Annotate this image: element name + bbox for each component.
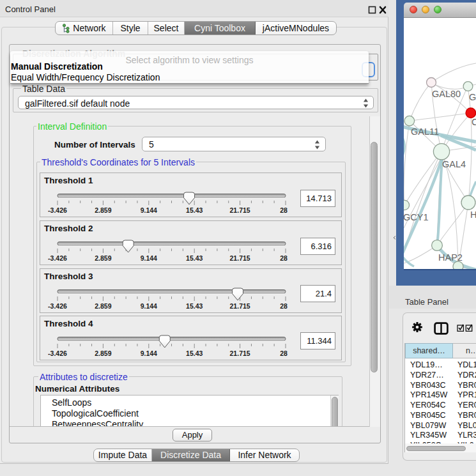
svg-text:HAP2: HAP2 [438, 252, 463, 263]
svg-text:21.715: 21.715 [230, 302, 250, 310]
svg-text:H: H [470, 210, 476, 220]
svg-text:2.859: 2.859 [95, 254, 111, 262]
svg-text:15.43: 15.43 [186, 349, 203, 357]
svg-text:-3.426: -3.426 [48, 254, 67, 262]
svg-text:28: 28 [280, 302, 288, 310]
svg-text:GAL4: GAL4 [442, 159, 466, 169]
svg-text:21.715: 21.715 [230, 206, 250, 214]
svg-text:21.715: 21.715 [230, 349, 250, 357]
svg-text:GAL11: GAL11 [411, 127, 439, 137]
svg-text:GCY1: GCY1 [404, 212, 429, 222]
svg-text:GA: GA [469, 92, 476, 102]
svg-text:-3.426: -3.426 [48, 349, 67, 357]
svg-text:15.43: 15.43 [186, 254, 203, 262]
svg-text:28: 28 [280, 349, 288, 357]
svg-text:28: 28 [280, 254, 288, 262]
svg-text:C: C [472, 117, 476, 127]
svg-text:9.144: 9.144 [141, 254, 157, 262]
svg-text:2.859: 2.859 [95, 349, 111, 357]
svg-text:15.43: 15.43 [186, 302, 203, 310]
svg-text:GAL80: GAL80 [432, 89, 461, 99]
svg-text:2.859: 2.859 [95, 206, 111, 214]
svg-text:9.144: 9.144 [141, 206, 157, 214]
svg-text:9.144: 9.144 [141, 302, 157, 310]
svg-text:9.144: 9.144 [141, 349, 157, 357]
svg-text:2.859: 2.859 [95, 302, 111, 310]
svg-text:21.715: 21.715 [230, 254, 250, 262]
svg-text:15.43: 15.43 [186, 206, 203, 214]
svg-text:28: 28 [280, 206, 288, 214]
svg-text:-3.426: -3.426 [48, 302, 67, 310]
svg-text:-3.426: -3.426 [48, 206, 67, 214]
